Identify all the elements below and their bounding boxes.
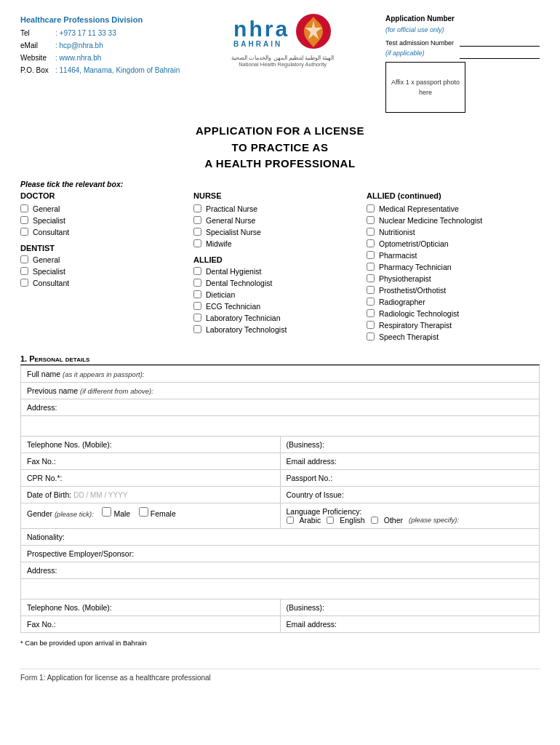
checkbox-nuclear-medicine-input[interactable] bbox=[367, 216, 375, 224]
full-name-label: Full name bbox=[27, 370, 60, 378]
checkbox-physiotherapist-input[interactable] bbox=[367, 274, 375, 282]
checkbox-pharmacist-input[interactable] bbox=[367, 251, 375, 259]
emp-fax-label: Fax No.: bbox=[27, 620, 56, 629]
checkbox-specialist-doctor-input[interactable] bbox=[20, 216, 28, 224]
gender-female-checkbox[interactable] bbox=[139, 507, 148, 517]
employer-cell: Prospective Employer/Sponsor: bbox=[21, 545, 540, 562]
checkbox-specialist-nurse-input[interactable] bbox=[193, 228, 201, 236]
emp-email-label: Email address: bbox=[287, 620, 337, 629]
tel-mobile-label: Telephone Nos. (Mobile): bbox=[27, 440, 112, 449]
checkbox-midwife-input[interactable] bbox=[193, 239, 201, 247]
full-name-row: Full name (as it appears in passport): bbox=[21, 365, 540, 382]
gender-female-label: Female bbox=[151, 509, 176, 518]
form-title: APPLICATION FOR A LICENSE TO PRACTICE AS… bbox=[20, 123, 540, 172]
passport-photo-box: Affix 1 x passport photo here bbox=[385, 62, 465, 113]
checkbox-pharmacy-technician-input[interactable] bbox=[367, 263, 375, 271]
checkbox-dental-hygienist-input[interactable] bbox=[193, 267, 201, 275]
emp-tel-business-cell: (Business): bbox=[280, 599, 540, 615]
checkbox-speech-input[interactable] bbox=[367, 332, 375, 340]
address-row2 bbox=[21, 415, 540, 436]
checkbox-practical-nurse-input[interactable] bbox=[193, 204, 201, 212]
checkbox-consultant-dentist-input[interactable] bbox=[20, 279, 28, 287]
checkbox-general-nurse-input[interactable] bbox=[193, 216, 201, 224]
footnote: * Can be provided upon arrival in Bahrai… bbox=[20, 639, 540, 647]
checkbox-general-doctor-input[interactable] bbox=[20, 204, 28, 212]
nationality-cell: Nationality: bbox=[21, 528, 540, 545]
emp-address-cell2 bbox=[21, 578, 540, 599]
country-cell: Country of Issue: bbox=[280, 486, 540, 503]
checkbox-specialist-nurse: Specialist Nurse bbox=[193, 228, 361, 236]
email-value: : hcp@nhra.bh bbox=[55, 39, 103, 52]
dob-country-row: Date of Birth: DD / MM / YYYY Country of… bbox=[21, 486, 540, 503]
checkbox-general-doctor: General bbox=[20, 204, 188, 213]
personal-details-table: Full name (as it appears in passport): P… bbox=[20, 365, 540, 633]
please-tick-label: Please tick the relevant box: bbox=[20, 180, 540, 188]
country-label: Country of Issue: bbox=[287, 490, 344, 499]
nhra-emblem bbox=[295, 13, 332, 53]
dentist-header: DENTIST bbox=[20, 244, 188, 252]
checkbox-radiographer-input[interactable] bbox=[367, 298, 375, 306]
cpr-passport-row: CPR No.*: Passport No.: bbox=[21, 469, 540, 486]
checkbox-respiratory-input[interactable] bbox=[367, 321, 375, 329]
checkbox-consultant-doctor: Consultant bbox=[20, 228, 188, 236]
test-admission-label: Test admission Number bbox=[385, 38, 454, 48]
section1-number: 1. Personal details bbox=[20, 354, 89, 363]
tel-business-cell: (Business): bbox=[280, 436, 540, 453]
checkbox-radiologic: Radiologic Technologist bbox=[367, 309, 534, 318]
checkbox-medical-rep-input[interactable] bbox=[367, 204, 375, 212]
checkbox-optometrist: Optometrist/Optician bbox=[367, 239, 534, 248]
nurse-allied-col: NURSE Practical Nurse General Nurse Spec… bbox=[193, 191, 367, 344]
checkbox-laboratory-technologist-input[interactable] bbox=[193, 325, 201, 333]
gender-male-checkbox[interactable] bbox=[102, 507, 111, 517]
checkbox-pharmacist: Pharmacist bbox=[367, 251, 534, 260]
test-admission-field[interactable] bbox=[460, 49, 540, 59]
emp-address-row1: Address: bbox=[21, 562, 540, 578]
tel-mobile-cell: Telephone Nos. (Mobile): bbox=[21, 436, 281, 453]
checkbox-medical-rep: Medical Representative bbox=[367, 204, 534, 213]
checkbox-ecg-technician-input[interactable] bbox=[193, 302, 201, 310]
emp-email-cell: Email address: bbox=[280, 615, 540, 632]
dob-placeholder: DD / MM / YYYY bbox=[73, 491, 127, 499]
email-cell: Email address: bbox=[280, 453, 540, 469]
checkbox-dental-technologist-input[interactable] bbox=[193, 279, 201, 287]
lang-arabic-checkbox[interactable] bbox=[287, 517, 294, 524]
nationality-label: Nationality: bbox=[27, 533, 65, 541]
bahrain-text: BAHRAIN bbox=[233, 40, 282, 48]
title-line3: A HEALTH PROFESSIONAL bbox=[204, 157, 355, 170]
tel-business-label: (Business): bbox=[287, 440, 325, 449]
checkbox-consultant-doctor-input[interactable] bbox=[20, 228, 28, 236]
emp-address-label: Address: bbox=[27, 566, 57, 575]
address-row1: Address: bbox=[21, 399, 540, 415]
lang-other-hint: (please specify): bbox=[409, 516, 459, 524]
checkbox-laboratory-technician-input[interactable] bbox=[193, 314, 201, 322]
checkbox-specialist-dentist-input[interactable] bbox=[20, 267, 28, 275]
cpr-label: CPR No.*: bbox=[27, 474, 62, 482]
checkbox-general-dentist-input[interactable] bbox=[20, 255, 28, 263]
emp-fax-cell: Fax No.: bbox=[21, 615, 281, 632]
lang-other-checkbox[interactable] bbox=[371, 517, 378, 524]
checkbox-optometrist-input[interactable] bbox=[367, 239, 375, 247]
checkbox-radiologic-input[interactable] bbox=[367, 309, 375, 317]
full-name-cell: Full name (as it appears in passport): bbox=[21, 365, 540, 382]
lang-english-checkbox[interactable] bbox=[327, 517, 334, 524]
full-name-hint: (as it appears in passport): bbox=[63, 370, 144, 378]
allied-header: ALLIED bbox=[193, 255, 361, 264]
checkbox-radiographer: Radiographer bbox=[367, 298, 534, 306]
checkbox-prosthetist-input[interactable] bbox=[367, 286, 375, 294]
checkbox-nutritionist-input[interactable] bbox=[367, 228, 375, 236]
fax-cell: Fax No.: bbox=[21, 453, 281, 469]
email-field-label: Email address: bbox=[287, 457, 337, 466]
checkbox-physiotherapist: Physiotherapist bbox=[367, 274, 534, 283]
org-name: Healthcare Professions Division bbox=[20, 13, 180, 27]
section1-header: 1. Personal details bbox=[20, 354, 540, 365]
checkbox-dietician-input[interactable] bbox=[193, 290, 201, 298]
checkbox-specialist-dentist: Specialist bbox=[20, 267, 188, 276]
lang-english-label: English bbox=[340, 516, 364, 525]
gender-label: Gender bbox=[27, 509, 52, 518]
checkbox-dental-technologist: Dental Technologist bbox=[193, 279, 361, 287]
professions-grid: DOCTOR General Specialist Consultant DEN… bbox=[20, 191, 540, 344]
cpr-cell: CPR No.*: bbox=[21, 469, 281, 486]
app-number-field[interactable] bbox=[460, 36, 540, 47]
checkbox-speech: Speech Therapist bbox=[367, 332, 534, 341]
emp-tel-mobile-label: Telephone Nos. (Mobile): bbox=[27, 603, 112, 612]
